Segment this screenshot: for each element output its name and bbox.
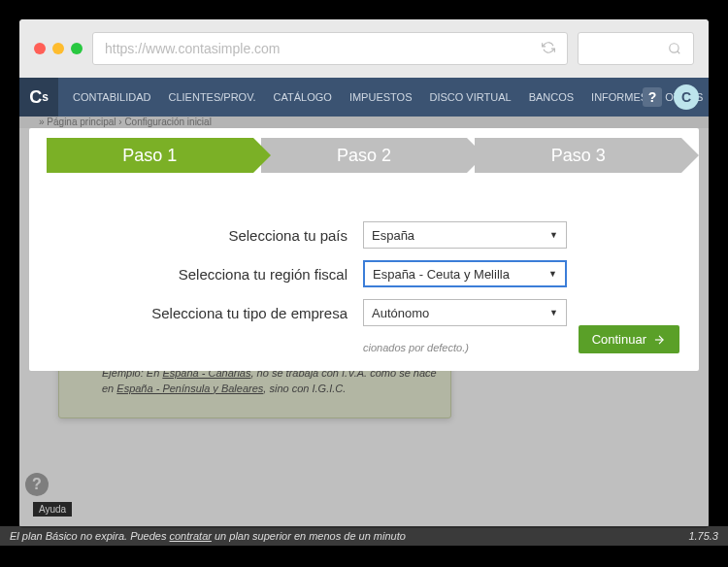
search-icon bbox=[668, 42, 681, 55]
company-select[interactable]: Autónomo ▼ bbox=[363, 299, 567, 326]
nav-contabilidad[interactable]: CONTABILIDAD bbox=[73, 91, 150, 103]
wizard-steps: Paso 1 Paso 2 Paso 3 bbox=[47, 138, 681, 173]
footer-bar: El plan Básico no expira. Puedes contrat… bbox=[0, 526, 728, 546]
footer-link[interactable]: contratar bbox=[170, 530, 212, 542]
minimize-window-icon[interactable] bbox=[52, 43, 64, 54]
help-label: Ayuda bbox=[33, 502, 72, 517]
floating-help-icon[interactable]: ? bbox=[25, 473, 49, 496]
arrow-right-icon bbox=[652, 333, 666, 347]
row-company: Selecciona tu tipo de empresa Autónomo ▼ bbox=[47, 299, 681, 326]
country-select[interactable]: España ▼ bbox=[363, 221, 567, 249]
step-1[interactable]: Paso 1 bbox=[47, 138, 253, 173]
company-label: Selecciona tu tipo de empresa bbox=[47, 305, 347, 321]
user-avatar[interactable]: C bbox=[674, 84, 699, 110]
tooltip-example: Ejemplo: En España - Canarias, no se tra… bbox=[102, 366, 437, 396]
version-text: 1.75.3 bbox=[688, 530, 718, 542]
region-label: Selecciona tu región fiscal bbox=[47, 266, 347, 283]
nav-disco[interactable]: DISCO VIRTUAL bbox=[429, 91, 511, 103]
nav-clientes[interactable]: CLIENTES/PROV. bbox=[168, 91, 255, 103]
address-bar[interactable]: https://www.contasimple.com bbox=[92, 32, 568, 65]
region-select[interactable]: España - Ceuta y Melilla ▼ bbox=[363, 260, 567, 287]
url-text: https://www.contasimple.com bbox=[105, 41, 281, 56]
breadcrumb: » Página principal › Configuración inici… bbox=[19, 117, 709, 128]
nav-impuestos[interactable]: IMPUESTOS bbox=[349, 91, 413, 103]
nav-catalogo[interactable]: CATÁLOGO bbox=[274, 91, 332, 103]
refresh-icon[interactable] bbox=[542, 41, 555, 57]
wizard-card: Paso 1 Paso 2 Paso 3 Selecciona tu país … bbox=[29, 128, 699, 371]
row-region: Selecciona tu región fiscal España - Ceu… bbox=[47, 260, 681, 287]
app-header: Cs CONTABILIDAD CLIENTES/PROV. CATÁLOGO … bbox=[19, 78, 709, 117]
nav-bancos[interactable]: BANCOS bbox=[529, 91, 574, 103]
search-box[interactable] bbox=[578, 32, 694, 65]
chevron-down-icon: ▼ bbox=[549, 308, 558, 317]
nav-informes[interactable]: INFORMES bbox=[591, 91, 647, 103]
close-window-icon[interactable] bbox=[34, 43, 46, 54]
svg-point-0 bbox=[670, 44, 678, 52]
main-nav: CONTABILIDAD CLIENTES/PROV. CATÁLOGO IMP… bbox=[58, 91, 703, 103]
app-logo[interactable]: Cs bbox=[19, 78, 58, 117]
window-controls bbox=[34, 43, 83, 54]
chevron-down-icon: ▼ bbox=[548, 269, 557, 279]
svg-line-1 bbox=[678, 51, 680, 54]
maximize-window-icon[interactable] bbox=[71, 43, 83, 54]
footer-text: El plan Básico no expira. Puedes contrat… bbox=[10, 530, 406, 542]
chevron-down-icon: ▼ bbox=[549, 230, 558, 240]
step-2[interactable]: Paso 2 bbox=[261, 138, 468, 173]
country-label: Selecciona tu país bbox=[47, 227, 347, 244]
browser-chrome: https://www.contasimple.com bbox=[19, 19, 709, 78]
continue-button[interactable]: Continuar bbox=[579, 325, 679, 353]
row-country: Selecciona tu país España ▼ bbox=[47, 221, 681, 249]
step-3[interactable]: Paso 3 bbox=[475, 138, 681, 173]
help-icon[interactable]: ? bbox=[643, 87, 662, 107]
